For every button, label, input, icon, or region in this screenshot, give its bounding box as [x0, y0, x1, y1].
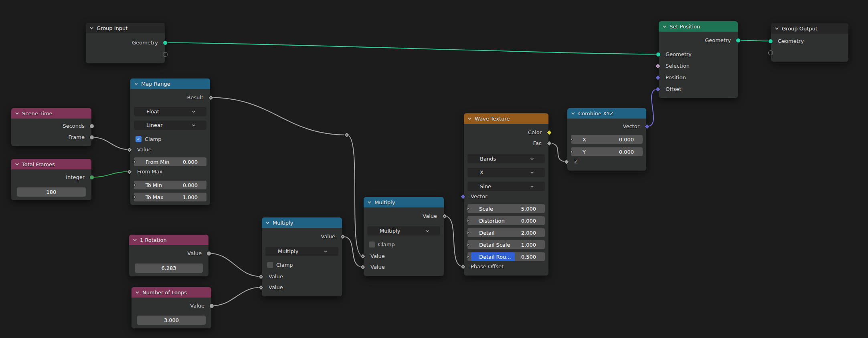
detail_scale-socket[interactable]	[467, 242, 469, 247]
node-title: 1 Rotation	[140, 237, 167, 243]
value-field[interactable]: 180	[17, 187, 86, 197]
collapse-chevron-icon[interactable]	[265, 221, 270, 225]
value-field-value: 3.000	[164, 317, 179, 323]
node-scene-time[interactable]: Scene TimeSecondsFrame	[11, 108, 91, 146]
number-field-x[interactable]: X0.000	[575, 135, 639, 144]
to_max-socket[interactable]	[134, 194, 136, 200]
geometry-socket[interactable]	[163, 40, 168, 45]
integer-socket[interactable]	[89, 175, 94, 180]
collapse-chevron-icon[interactable]	[662, 24, 667, 29]
collapse-chevron-icon[interactable]	[15, 111, 19, 116]
y-socket[interactable]	[571, 149, 573, 155]
value-socket[interactable]	[206, 251, 211, 256]
collapse-chevron-icon[interactable]	[134, 82, 138, 86]
number-field-value: 0.000	[183, 159, 203, 165]
collapse-chevron-icon[interactable]	[135, 290, 140, 295]
collapse-chevron-icon[interactable]	[15, 162, 19, 167]
node-total-frames[interactable]: Total FramesInteger180	[11, 159, 91, 200]
node-header[interactable]: Total Frames	[11, 159, 91, 169]
collapse-chevron-icon[interactable]	[775, 26, 779, 31]
enum-dropdown[interactable]: Multiply	[375, 226, 433, 235]
checkbox-unchecked[interactable]	[267, 262, 273, 268]
node-wire	[343, 237, 363, 267]
frame-socket[interactable]	[89, 135, 94, 140]
enum-dropdown[interactable]: Linear	[142, 121, 199, 130]
collapse-chevron-icon[interactable]	[467, 117, 472, 121]
node-header[interactable]: 1 Rotation	[129, 235, 208, 245]
node-header[interactable]: Group Output	[771, 23, 848, 34]
detail_roughness-socket[interactable]	[467, 254, 469, 260]
number-field-y[interactable]: Y0.000	[575, 147, 639, 156]
virtual-socket[interactable]	[163, 52, 168, 57]
geometry_out-socket[interactable]	[736, 38, 741, 43]
output-socket-label: Vector	[623, 123, 639, 129]
node-title: Number of Loops	[142, 290, 187, 296]
input-socket-label: Geometry	[778, 38, 804, 44]
collapse-chevron-icon[interactable]	[367, 200, 372, 205]
enum-dropdown[interactable]: Bands	[475, 154, 538, 163]
geometry_in-socket[interactable]	[656, 52, 661, 57]
enum-dropdown[interactable]: X	[475, 168, 538, 177]
number-field-detail_roughness[interactable]: Detail Rou...0.500	[471, 252, 541, 261]
node-editor-canvas[interactable]: Group InputGeometryScene TimeSecondsFram…	[0, 0, 868, 338]
collapse-chevron-icon[interactable]	[571, 111, 575, 116]
node-multiply-b[interactable]: MultiplyValueMultiplyClampValueValue	[364, 197, 444, 276]
node-header[interactable]: Group Input	[86, 23, 165, 33]
number-field-distortion[interactable]: Distortion0.000	[471, 216, 541, 225]
distortion-socket[interactable]	[467, 218, 469, 223]
number-field-detail_scale[interactable]: Detail Scale1.000	[471, 240, 541, 249]
number-field-label: Detail	[471, 230, 494, 236]
node-header[interactable]: Combine XYZ	[567, 108, 646, 119]
number-field-from_min[interactable]: From Min0.000	[138, 157, 203, 166]
value-field[interactable]: 3.000	[137, 316, 206, 325]
number-field-scale[interactable]: Scale5.000	[471, 204, 541, 213]
number-field-detail[interactable]: Detail2.000	[471, 228, 541, 237]
checkbox-checked[interactable]: ✓	[136, 136, 142, 142]
geometry-socket[interactable]	[768, 39, 773, 44]
virtual-socket[interactable]	[768, 50, 773, 55]
node-rotation-1[interactable]: 1 RotationValue6.283	[129, 235, 208, 276]
output-socket-label: Fac	[533, 140, 542, 146]
node-number-of-loops[interactable]: Number of LoopsValue3.000	[132, 287, 211, 328]
node-header[interactable]: Scene Time	[11, 108, 91, 119]
number-field-to_min[interactable]: To Min0.000	[138, 181, 203, 189]
checkbox-label: Clamp	[145, 136, 162, 142]
checkbox-unchecked[interactable]	[369, 241, 375, 247]
node-map-range[interactable]: Map RangeResultFloatLinear✓ClampValueFro…	[130, 78, 210, 205]
number-field-label: From Min	[138, 159, 169, 165]
node-multiply-a[interactable]: MultiplyValueMultiplyClampValueValue	[262, 217, 342, 296]
enum-dropdown[interactable]: Multiply	[273, 247, 331, 256]
node-group-output[interactable]: Group OutputGeometry	[771, 23, 848, 62]
to_min-socket[interactable]	[134, 182, 136, 188]
node-title: Map Range	[141, 81, 170, 87]
value-socket[interactable]	[209, 304, 214, 308]
enum-dropdown[interactable]: Sine	[475, 182, 538, 191]
from_min-socket[interactable]	[134, 159, 136, 165]
scale-socket[interactable]	[467, 206, 469, 211]
node-header[interactable]: Multiply	[262, 217, 342, 228]
node-title: Scene Time	[22, 111, 53, 117]
number-field-to_max[interactable]: To Max1.000	[138, 193, 203, 201]
dropdown-value: Multiply	[278, 248, 298, 254]
value-field[interactable]: 6.283	[135, 264, 203, 273]
collapse-chevron-icon[interactable]	[133, 238, 137, 242]
node-header[interactable]: Multiply	[364, 197, 444, 207]
node-header[interactable]: Map Range	[130, 78, 210, 89]
x-socket[interactable]	[571, 137, 573, 142]
node-wire	[211, 98, 347, 135]
node-set-position[interactable]: Set PositionGeometryGeometrySelectionPos…	[659, 21, 738, 98]
node-group-input[interactable]: Group InputGeometry	[86, 23, 165, 63]
node-combine-xyz[interactable]: Combine XYZVectorX0.000Y0.000Z	[567, 108, 646, 171]
node-wave-texture[interactable]: Wave TextureColorFacBandsXSineVectorScal…	[464, 113, 548, 276]
node-header[interactable]: Set Position	[659, 21, 738, 32]
node-title: Group Input	[97, 25, 127, 31]
detail-socket[interactable]	[467, 230, 469, 235]
node-header[interactable]: Wave Texture	[464, 113, 548, 124]
collapse-chevron-icon[interactable]	[89, 26, 94, 30]
checkbox-label: Clamp	[276, 262, 293, 268]
enum-dropdown[interactable]: Float	[142, 107, 199, 116]
input-socket-label: Value	[370, 253, 385, 259]
node-header[interactable]: Number of Loops	[132, 287, 211, 298]
output-socket-label: Integer	[66, 174, 85, 180]
seconds-socket[interactable]	[89, 124, 94, 129]
